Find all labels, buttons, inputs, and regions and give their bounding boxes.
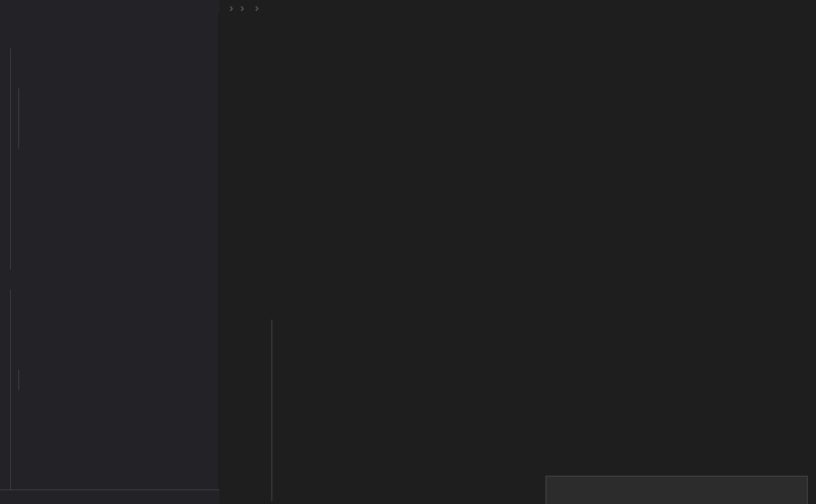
chevron-right-icon: › — [255, 2, 259, 15]
editor-pane: › › › — [220, 0, 816, 504]
outline-section-header[interactable] — [0, 489, 219, 504]
chevron-right-icon: › — [240, 2, 244, 15]
tree-indent-guide — [10, 289, 11, 490]
breadcrumb: › › › — [226, 0, 262, 16]
vscode-window: › › › — [0, 0, 816, 504]
file-tree — [0, 0, 219, 489]
explorer-section-header — [0, 0, 219, 14]
minimap[interactable] — [751, 13, 802, 86]
chevron-right-icon: › — [229, 2, 233, 15]
editor-indent-guide — [271, 320, 272, 501]
tree-indent-guide — [18, 370, 19, 390]
code-editor[interactable] — [220, 0, 816, 504]
tree-indent-guide — [10, 48, 11, 269]
statusbar-tooltip — [546, 476, 808, 504]
explorer-sidebar — [0, 0, 219, 504]
tree-indent-guide — [18, 89, 19, 149]
overview-ruler[interactable] — [808, 0, 815, 504]
